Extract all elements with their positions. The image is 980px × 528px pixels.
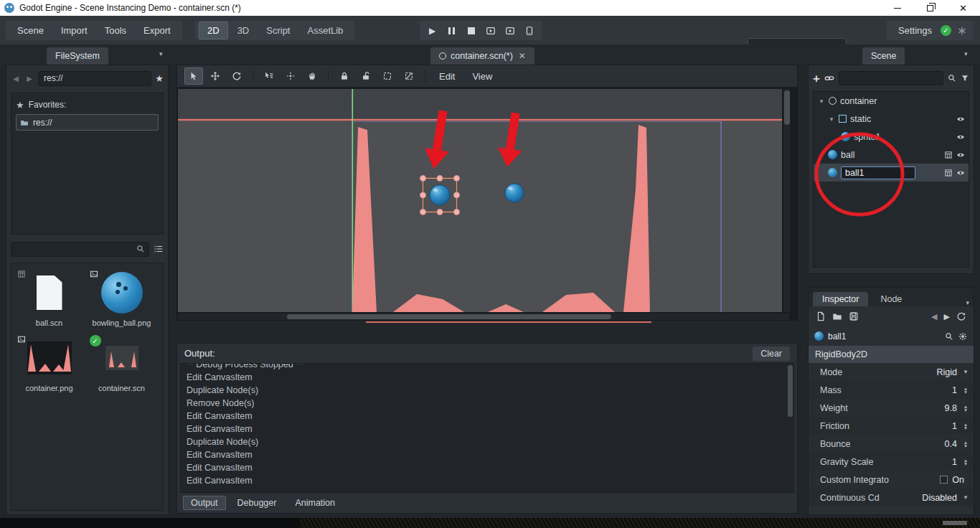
tree-row-ball[interactable]: ball (814, 146, 969, 164)
tab-node[interactable]: Node (871, 292, 911, 306)
favorite-toggle-icon[interactable]: ★ (155, 73, 164, 84)
visibility-eye-icon[interactable] (956, 133, 965, 141)
settings-button[interactable]: Settings (890, 21, 941, 40)
history-forward-icon[interactable]: ▶ (944, 312, 950, 321)
hscroll-thumb[interactable] (287, 314, 611, 319)
viewport-vscrollbar[interactable] (783, 89, 791, 312)
property-row-custom-integrator[interactable]: Custom Integrato On (809, 471, 974, 489)
viewport-hscrollbar[interactable] (178, 314, 789, 320)
vscroll-thumb[interactable] (784, 90, 790, 125)
tab-scene-dock[interactable]: Scene (862, 47, 905, 65)
add-node-icon[interactable]: + (813, 72, 820, 85)
visibility-eye-icon[interactable] (956, 151, 965, 159)
tab-animation[interactable]: Animation (288, 496, 342, 509)
stop-icon[interactable] (461, 22, 481, 39)
tab-inspector[interactable]: Inspector (813, 292, 868, 306)
instance-scene-icon[interactable] (824, 73, 834, 83)
file-tile-container-png[interactable]: container.png (13, 331, 85, 397)
unlock-icon[interactable] (357, 67, 375, 85)
list-select-tool-icon[interactable] (260, 67, 278, 85)
instance-options-icon[interactable] (944, 151, 953, 159)
ball-sprite-selected[interactable] (430, 185, 450, 205)
spinbox-arrows-icon[interactable]: ▲▼ (962, 423, 969, 430)
save-resource-icon[interactable] (849, 311, 859, 321)
list-view-toggle-icon[interactable] (154, 244, 164, 254)
spinbox-arrows-icon[interactable]: ▲▼ (962, 440, 969, 448)
property-row-continuous-cd[interactable]: Continuous Cd Disabled ▼ (809, 489, 974, 506)
spinbox-arrows-icon[interactable]: ▲▼ (962, 458, 969, 466)
visibility-eye-icon[interactable] (956, 169, 965, 177)
favorite-item-res[interactable]: res:// (16, 114, 159, 131)
play-custom-scene-icon[interactable] (500, 22, 519, 39)
dropdown-icon[interactable]: ▼ (962, 369, 969, 375)
property-row-mass[interactable]: Mass 1 ▲▼ (809, 381, 974, 399)
gear-icon[interactable] (958, 331, 968, 341)
canvas-menu-edit[interactable]: Edit (432, 71, 462, 82)
close-icon[interactable]: ✕ (959, 4, 967, 13)
tab-assetlib[interactable]: AssetLib (299, 22, 351, 39)
rotate-tool-icon[interactable] (227, 67, 246, 85)
file-tile-ball-scn[interactable]: ball.scn (13, 266, 85, 331)
group-icon[interactable] (378, 67, 397, 85)
tab-filesystem[interactable]: FileSystem (47, 47, 108, 65)
inspector-dock-menu-icon[interactable]: ▾ (966, 299, 969, 306)
play-icon[interactable]: ▶ (423, 22, 442, 39)
scene-filter-input[interactable] (839, 71, 943, 85)
snap-options-icon[interactable] (281, 67, 300, 85)
restore-icon[interactable] (927, 5, 933, 11)
tab-scene-file[interactable]: container.scn(*) ✕ (430, 47, 534, 65)
instance-options-icon[interactable] (944, 169, 953, 177)
path-breadcrumb[interactable]: res:// (38, 71, 151, 86)
search-icon[interactable] (948, 74, 956, 82)
property-row-gravity-scale[interactable]: Gravity Scale 1 ▲▼ (809, 453, 974, 471)
menu-import[interactable]: Import (52, 21, 96, 40)
pause-icon[interactable] (442, 22, 461, 39)
filesystem-dock-menu-icon[interactable]: ▾ (159, 50, 163, 57)
pan-tool-icon[interactable] (303, 67, 321, 85)
2d-viewport[interactable] (178, 89, 782, 312)
menu-scene[interactable]: Scene (9, 21, 52, 40)
minimize-icon[interactable] (894, 8, 901, 9)
new-resource-icon[interactable] (816, 311, 826, 321)
tree-row-sprite1[interactable]: sprite1 (814, 128, 969, 146)
scene-dock-menu-icon[interactable]: ▾ (964, 50, 968, 57)
visibility-eye-icon[interactable] (956, 115, 965, 123)
tree-row-static[interactable]: ▾ static (814, 110, 969, 128)
canvas-menu-view[interactable]: View (465, 71, 499, 82)
history-icon[interactable] (956, 311, 966, 321)
collapse-icon[interactable]: ▾ (818, 98, 825, 105)
history-forward-icon[interactable]: ▶ (24, 75, 34, 82)
tab-script[interactable]: Script (258, 22, 298, 39)
tab-debugger[interactable]: Debugger (230, 496, 284, 509)
search-input[interactable] (11, 242, 149, 257)
output-scrollbar[interactable] (787, 364, 793, 492)
tab-output[interactable]: Output (183, 496, 226, 510)
property-row-mode[interactable]: Mode Rigid ▼ (809, 363, 974, 381)
play-scene-icon[interactable] (481, 22, 500, 39)
menu-tools[interactable]: Tools (96, 21, 135, 40)
collapse-icon[interactable]: ▾ (828, 116, 835, 123)
tree-row-container[interactable]: ▾ container (814, 92, 969, 110)
spinbox-arrows-icon[interactable]: ▲▼ (962, 387, 969, 394)
tree-row-ball1[interactable]: ball1 (814, 164, 969, 182)
property-row-friction[interactable]: Friction 1 ▲▼ (809, 417, 974, 435)
deploy-device-icon[interactable] (519, 22, 539, 39)
clear-button[interactable]: Clear (753, 346, 790, 361)
spinbox-arrows-icon[interactable]: ▲▼ (962, 405, 969, 412)
lock-icon[interactable] (335, 67, 354, 85)
history-back-icon[interactable]: ◀ (931, 312, 937, 321)
file-tile-bowling-ball-png[interactable]: bowling_ball.png (85, 266, 158, 331)
node-rename-input[interactable]: ball1 (841, 166, 915, 179)
filter-icon[interactable] (961, 74, 969, 82)
output-scroll-thumb[interactable] (788, 365, 793, 417)
menu-export[interactable]: Export (135, 21, 179, 40)
property-row-weight[interactable]: Weight 9.8 ▲▼ (809, 399, 974, 417)
ball1-sprite[interactable] (505, 184, 524, 202)
tab-close-icon[interactable]: ✕ (519, 51, 526, 61)
select-tool-icon[interactable] (184, 67, 203, 85)
checkbox-icon[interactable] (940, 476, 948, 484)
search-icon[interactable] (945, 332, 953, 341)
history-back-icon[interactable]: ◀ (11, 75, 21, 82)
move-tool-icon[interactable] (206, 67, 225, 85)
tab-3d[interactable]: 3D (230, 22, 258, 39)
